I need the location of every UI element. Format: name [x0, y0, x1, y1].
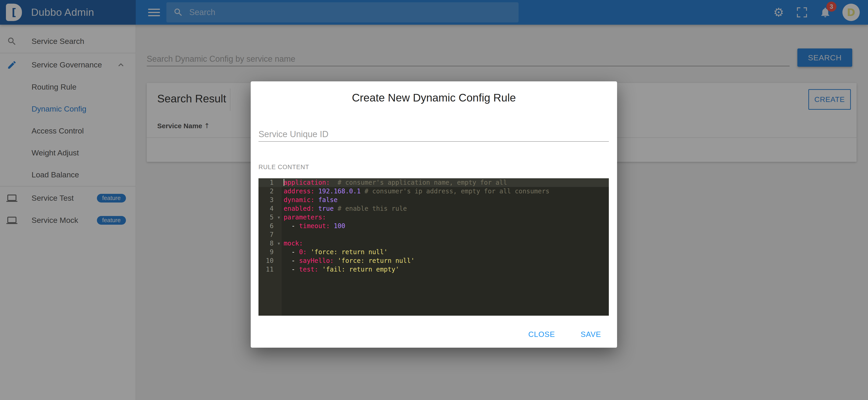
line-number: 8▾ — [258, 239, 281, 248]
editor-line[interactable]: 7 — [258, 230, 609, 239]
code-text: enabled: true # enable this rule — [281, 204, 407, 213]
code-text — [281, 230, 284, 239]
editor-line[interactable]: 8▾mock: — [258, 239, 609, 248]
code-text: - timeout: 100 — [281, 222, 345, 230]
code-text: parameters: — [281, 213, 326, 222]
editor-line[interactable]: 3dynamic: false — [258, 196, 609, 204]
dubbo-admin-screen: [ Dubbo Admin ⚙ 3 D Service Searc — [0, 0, 868, 400]
editor-line[interactable]: 4enabled: true # enable this rule — [258, 204, 609, 213]
code-text: dynamic: false — [281, 196, 338, 204]
code-text: - test: 'fail: return empty' — [281, 265, 399, 274]
rule-content-label: RULE CONTENT — [258, 164, 309, 171]
create-rule-dialog: Create New Dynamic Config Rule RULE CONT… — [251, 81, 617, 348]
editor-line[interactable]: 11 - test: 'fail: return empty' — [258, 265, 609, 274]
editor-line[interactable]: 1application: # consumer's application n… — [258, 178, 609, 187]
fold-arrow-icon[interactable]: ▾ — [278, 213, 280, 222]
dialog-actions: CLOSE SAVE — [526, 325, 603, 343]
code-text: - sayHello: 'force: return null' — [281, 256, 414, 265]
line-number: 10 — [258, 256, 281, 265]
service-unique-id-field[interactable] — [258, 127, 609, 142]
close-button[interactable]: CLOSE — [526, 330, 557, 339]
editor-line[interactable]: 10 - sayHello: 'force: return null' — [258, 256, 609, 265]
line-number: 6 — [258, 222, 281, 230]
code-text: - 0: 'force: return null' — [281, 248, 388, 256]
line-number: 4 — [258, 204, 281, 213]
dialog-title: Create New Dynamic Config Rule — [251, 91, 617, 104]
line-number: 1 — [258, 178, 281, 187]
editor-line[interactable]: 6 - timeout: 100 — [258, 222, 609, 230]
editor-line[interactable]: 9 - 0: 'force: return null' — [258, 248, 609, 256]
line-number: 9 — [258, 248, 281, 256]
line-number: 3 — [258, 196, 281, 204]
save-button[interactable]: SAVE — [578, 330, 603, 339]
code-text: address: 192.168.0.1 # consumer's ip add… — [281, 187, 550, 196]
editor-line[interactable]: 2address: 192.168.0.1 # consumer's ip ad… — [258, 187, 609, 196]
line-number: 5▾ — [258, 213, 281, 222]
code-text: application: # consumer's application na… — [281, 178, 507, 187]
line-number: 11 — [258, 265, 281, 274]
fold-arrow-icon[interactable]: ▾ — [278, 239, 280, 248]
line-number: 7 — [258, 230, 281, 239]
editor-line[interactable]: 5▾parameters: — [258, 213, 609, 222]
rule-content-editor[interactable]: 1application: # consumer's application n… — [258, 178, 609, 316]
service-unique-id-input[interactable] — [258, 127, 609, 141]
editor-lines: 1application: # consumer's application n… — [258, 178, 609, 274]
line-number: 2 — [258, 187, 281, 196]
code-text: mock: — [281, 239, 303, 248]
